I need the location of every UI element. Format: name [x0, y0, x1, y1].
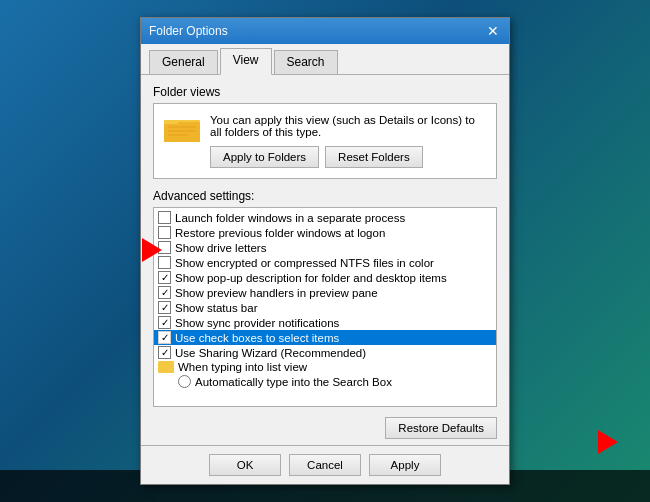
- folder-views-description: You can apply this view (such as Details…: [210, 114, 486, 138]
- list-item[interactable]: Show sync provider notifications: [154, 315, 496, 330]
- list-item[interactable]: Show preview handlers in preview pane: [154, 285, 496, 300]
- title-bar: Folder Options ✕: [141, 18, 509, 44]
- list-item-label: Automatically type into the Search Box: [195, 376, 392, 388]
- list-item-label: Show pop-up description for folder and d…: [175, 272, 447, 284]
- folder-views-buttons: Apply to Folders Reset Folders: [210, 146, 486, 168]
- restore-defaults-row: Restore Defaults: [141, 417, 509, 445]
- checkbox[interactable]: [158, 316, 171, 329]
- cancel-button[interactable]: Cancel: [289, 454, 361, 476]
- radio-button[interactable]: [178, 375, 191, 388]
- list-item-highlighted[interactable]: Use check boxes to select items: [154, 330, 496, 345]
- list-item[interactable]: Show pop-up description for folder and d…: [154, 270, 496, 285]
- svg-rect-4: [168, 130, 196, 132]
- checkbox[interactable]: [158, 271, 171, 284]
- list-item-label: Show drive letters: [175, 242, 266, 254]
- folder-options-dialog: Folder Options ✕ General View Search Fol…: [140, 17, 510, 485]
- svg-rect-5: [168, 134, 188, 136]
- tab-view[interactable]: View: [220, 48, 272, 75]
- list-item-label: Show sync provider notifications: [175, 317, 339, 329]
- list-item[interactable]: Show encrypted or compressed NTFS files …: [154, 255, 496, 270]
- folder-views-right: You can apply this view (such as Details…: [210, 114, 486, 168]
- svg-rect-2: [164, 120, 178, 124]
- list-item[interactable]: Use Sharing Wizard (Recommended): [154, 345, 496, 360]
- list-item-label: Show preview handlers in preview pane: [175, 287, 378, 299]
- apply-to-folders-button[interactable]: Apply to Folders: [210, 146, 319, 168]
- list-item-label: Launch folder windows in a separate proc…: [175, 212, 405, 224]
- list-item[interactable]: Launch folder windows in a separate proc…: [154, 210, 496, 225]
- tab-general[interactable]: General: [149, 50, 218, 74]
- list-item[interactable]: Show status bar: [154, 300, 496, 315]
- list-item-label: Show encrypted or compressed NTFS files …: [175, 257, 434, 269]
- checkbox[interactable]: [158, 331, 171, 344]
- reset-folders-button[interactable]: Reset Folders: [325, 146, 423, 168]
- dialog-content: Folder views You can apply this view (su…: [141, 75, 509, 417]
- list-item-label: Show status bar: [175, 302, 257, 314]
- close-button[interactable]: ✕: [485, 24, 501, 38]
- advanced-settings-label: Advanced settings:: [153, 189, 497, 203]
- list-item-label: Restore previous folder windows at logon: [175, 227, 385, 239]
- list-item-label: Use Sharing Wizard (Recommended): [175, 347, 366, 359]
- list-item-label: When typing into list view: [178, 361, 307, 373]
- settings-list-container: Launch folder windows in a separate proc…: [153, 207, 497, 407]
- arrow-indicator-2: [598, 430, 618, 454]
- tabs-bar: General View Search: [141, 44, 509, 75]
- list-item[interactable]: Restore previous folder windows at logon: [154, 225, 496, 240]
- svg-rect-3: [168, 126, 196, 128]
- ok-button[interactable]: OK: [209, 454, 281, 476]
- folder-inline-icon: [158, 361, 174, 373]
- folder-icon: [164, 114, 200, 144]
- list-item-radio[interactable]: Automatically type into the Search Box: [154, 374, 496, 389]
- checkbox[interactable]: [158, 286, 171, 299]
- checkbox[interactable]: [158, 211, 171, 224]
- dialog-title: Folder Options: [149, 24, 228, 38]
- dialog-bottom-buttons: OK Cancel Apply: [141, 445, 509, 484]
- tab-search[interactable]: Search: [274, 50, 338, 74]
- list-item[interactable]: Show drive letters: [154, 240, 496, 255]
- folder-views-section-label: Folder views: [153, 85, 497, 99]
- checkbox[interactable]: [158, 346, 171, 359]
- settings-list[interactable]: Launch folder windows in a separate proc…: [154, 208, 496, 406]
- restore-defaults-button[interactable]: Restore Defaults: [385, 417, 497, 439]
- arrow-indicator-1: [142, 238, 162, 262]
- list-item-label: Use check boxes to select items: [175, 332, 339, 344]
- checkbox[interactable]: [158, 301, 171, 314]
- folder-views-box: You can apply this view (such as Details…: [153, 103, 497, 179]
- apply-button[interactable]: Apply: [369, 454, 441, 476]
- list-item-folder[interactable]: When typing into list view: [154, 360, 496, 374]
